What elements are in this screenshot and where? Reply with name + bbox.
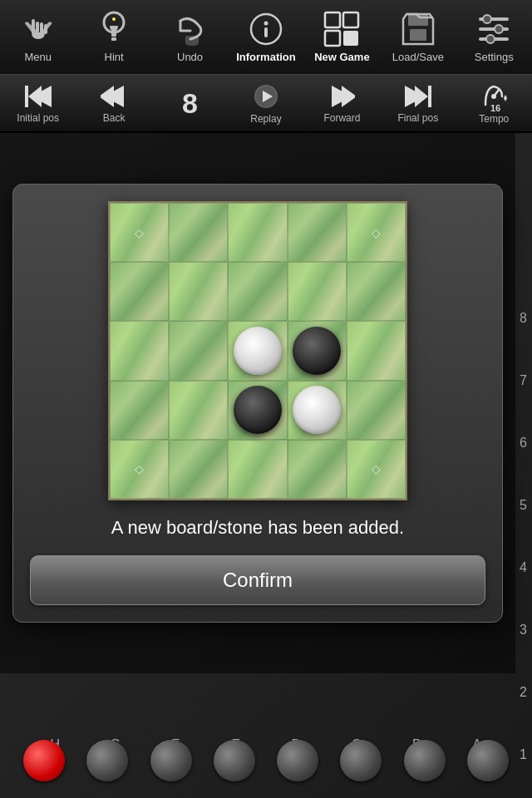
forward-icon: [328, 82, 355, 111]
stone-indicator-4: [277, 740, 318, 781]
final-pos-icon: [403, 82, 433, 111]
stone-indicator-6: [404, 740, 446, 781]
load-save-label: Load/Save: [392, 51, 444, 63]
replay-icon: [251, 81, 281, 111]
back-icon: [101, 82, 127, 111]
white-stone-3-3: [293, 386, 341, 434]
cell-2-4[interactable]: [347, 321, 406, 380]
cell-1-2[interactable]: [228, 262, 287, 321]
cell-2-1[interactable]: [169, 321, 228, 380]
confirm-button[interactable]: Confirm: [30, 555, 485, 605]
row-num-4: 4: [520, 536, 527, 598]
back-label: Back: [103, 112, 126, 124]
cell-1-0[interactable]: [110, 262, 169, 321]
final-pos-button[interactable]: Final pos: [382, 76, 453, 131]
information-icon: [248, 11, 284, 47]
svg-marker-32: [342, 86, 355, 107]
information-button[interactable]: Information: [229, 4, 303, 71]
nav-bar: Initial pos Back 8 Replay: [0, 75, 532, 133]
game-area: 8 7 6 5 4 3 2 1: [0, 133, 532, 798]
menu-button[interactable]: Menu: [1, 4, 76, 71]
stone-indicator-3: [214, 740, 255, 781]
cell-3-0[interactable]: [110, 381, 169, 440]
row-num-7: 7: [520, 349, 527, 411]
svg-rect-10: [264, 27, 268, 37]
initial-pos-icon: [23, 82, 53, 111]
cell-3-2[interactable]: [228, 381, 287, 440]
svg-point-21: [495, 25, 503, 33]
move-count-display: 8: [155, 76, 225, 131]
cell-1-1[interactable]: [169, 262, 228, 321]
board-container: 8 7 6 5 4 3 2 1: [0, 133, 532, 798]
load-save-button[interactable]: Load/Save: [381, 4, 456, 71]
back-button[interactable]: Back: [79, 76, 150, 131]
row-numbers: 8 7 6 5 4 3 2 1: [520, 287, 527, 786]
settings-button[interactable]: Settings: [456, 4, 531, 71]
initial-pos-button[interactable]: Initial pos: [2, 76, 73, 131]
cell-1-4[interactable]: [347, 262, 406, 321]
cell-2-2[interactable]: [228, 321, 287, 380]
cell-1-3[interactable]: [288, 262, 347, 321]
tempo-label: Tempo: [479, 113, 509, 125]
svg-rect-23: [25, 86, 28, 107]
replay-label: Replay: [250, 113, 281, 125]
cell-0-0[interactable]: [110, 203, 169, 262]
cell-4-3[interactable]: [288, 440, 347, 499]
undo-button[interactable]: Undo: [153, 4, 228, 71]
load-save-icon: [400, 11, 436, 47]
cell-0-4[interactable]: [347, 203, 406, 262]
move-count-value: 8: [182, 87, 198, 120]
svg-text:16: 16: [490, 103, 500, 111]
new-game-label: New Game: [314, 51, 369, 63]
replay-button[interactable]: Replay: [230, 76, 301, 131]
svg-point-36: [491, 94, 496, 99]
svg-marker-35: [415, 86, 428, 107]
svg-rect-2: [40, 22, 43, 33]
row-num-2: 2: [520, 661, 527, 723]
cell-4-0[interactable]: [110, 440, 169, 499]
svg-rect-5: [111, 33, 116, 37]
cell-2-0[interactable]: [110, 321, 169, 380]
cell-4-4[interactable]: [347, 440, 406, 499]
svg-rect-12: [343, 12, 358, 27]
cell-4-2[interactable]: [228, 440, 287, 499]
modal-dialog: A new board/stone has been added. Confir…: [12, 184, 503, 623]
svg-point-22: [486, 35, 495, 43]
white-stone-2-2: [234, 327, 282, 375]
menu-icon: [20, 11, 57, 47]
cell-0-1[interactable]: [169, 203, 228, 262]
black-stone-2-3: [293, 327, 341, 375]
cell-3-3[interactable]: [288, 381, 347, 440]
svg-marker-27: [101, 86, 114, 107]
svg-point-20: [483, 15, 491, 23]
svg-rect-6: [111, 37, 116, 41]
cell-2-3[interactable]: [288, 321, 347, 380]
black-stone-3-2: [234, 386, 282, 434]
cell-4-1[interactable]: [169, 440, 228, 499]
row-num-6: 6: [520, 411, 527, 474]
cell-0-3[interactable]: [288, 203, 347, 262]
cell-3-1[interactable]: [169, 381, 228, 440]
menu-label: Menu: [24, 51, 52, 63]
forward-label: Forward: [323, 112, 360, 124]
settings-label: Settings: [475, 51, 514, 63]
stone-indicator-2: [150, 740, 192, 781]
row-num-8: 8: [520, 287, 527, 349]
cell-3-4[interactable]: [347, 381, 406, 440]
stone-indicators: [12, 740, 520, 781]
hint-button[interactable]: Hint: [76, 4, 151, 71]
svg-point-7: [112, 17, 116, 21]
tempo-icon: 16: [479, 81, 509, 111]
stone-indicator-1: [86, 740, 128, 781]
information-label: Information: [236, 51, 296, 63]
stone-indicator-7: [467, 740, 509, 781]
initial-pos-label: Initial pos: [17, 112, 59, 124]
tempo-button[interactable]: 16 Tempo: [459, 76, 530, 131]
cell-0-2[interactable]: [228, 203, 287, 262]
forward-button[interactable]: Forward: [307, 76, 377, 131]
undo-icon: [172, 11, 209, 47]
new-game-button[interactable]: New Game: [304, 4, 379, 71]
svg-rect-11: [325, 12, 340, 27]
modal-overlay: A new board/stone has been added. Confir…: [0, 133, 515, 673]
top-toolbar: Menu Hint Undo: [0, 0, 532, 75]
